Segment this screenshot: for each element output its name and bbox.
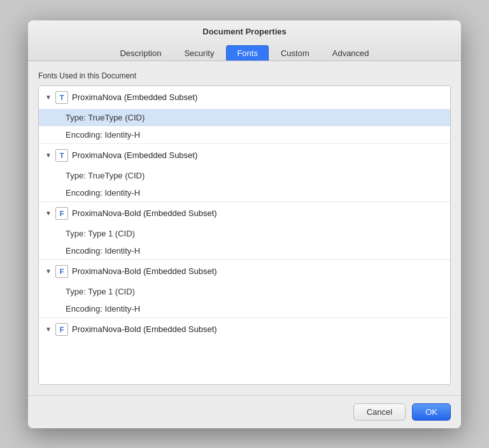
font-type-icon: F — [55, 323, 68, 336]
chevron-down-icon: ▼ — [45, 210, 52, 217]
font-type-icon: F — [55, 207, 68, 220]
tab-fonts[interactable]: Fonts — [226, 45, 269, 61]
font-name: ProximaNova (Embedded Subset) — [72, 150, 197, 160]
font-header[interactable]: ▼FProximaNova-Bold (Embedded Subset) — [39, 318, 450, 341]
font-group: ▼FProximaNova-Bold (Embedded Subset)Type… — [39, 202, 450, 260]
chevron-down-icon: ▼ — [45, 326, 52, 333]
tab-custom[interactable]: Custom — [270, 45, 320, 61]
chevron-down-icon: ▼ — [45, 94, 52, 101]
chevron-down-icon: ▼ — [45, 152, 52, 159]
tab-bar: DescriptionSecurityFontsCustomAdvanced — [38, 41, 451, 61]
content-area: Fonts Used in this Document ▼TProximaNov… — [28, 61, 461, 395]
font-header[interactable]: ▼FProximaNova-Bold (Embedded Subset) — [39, 202, 450, 225]
ok-button[interactable]: OK — [412, 403, 451, 421]
cancel-button[interactable]: Cancel — [353, 403, 406, 421]
section-label: Fonts Used in this Document — [38, 71, 451, 80]
title-bar: Document Properties DescriptionSecurityF… — [28, 20, 461, 61]
font-group: ▼TProximaNova (Embedded Subset)Type: Tru… — [39, 144, 450, 202]
font-detail: Type: TrueType (CID) — [39, 109, 450, 126]
font-name: ProximaNova (Embedded Subset) — [72, 92, 197, 102]
font-type-icon: T — [55, 91, 68, 104]
font-detail: Encoding: Identity-H — [39, 300, 450, 317]
font-name: ProximaNova-Bold (Embedded Subset) — [72, 266, 217, 276]
font-group: ▼FProximaNova-Bold (Embedded Subset) — [39, 318, 450, 341]
tab-description[interactable]: Description — [109, 45, 172, 61]
font-detail: Type: TrueType (CID) — [39, 167, 450, 184]
document-properties-dialog: Document Properties DescriptionSecurityF… — [28, 20, 461, 428]
dialog-footer: Cancel OK — [28, 395, 461, 428]
font-group: ▼FProximaNova-Bold (Embedded Subset)Type… — [39, 260, 450, 318]
font-header[interactable]: ▼FProximaNova-Bold (Embedded Subset) — [39, 260, 450, 283]
fonts-list[interactable]: ▼TProximaNova (Embedded Subset)Type: Tru… — [38, 85, 451, 385]
font-header[interactable]: ▼TProximaNova (Embedded Subset) — [39, 86, 450, 109]
font-name: ProximaNova-Bold (Embedded Subset) — [72, 324, 217, 334]
tab-security[interactable]: Security — [173, 45, 225, 61]
tab-advanced[interactable]: Advanced — [322, 45, 380, 61]
font-type-icon: T — [55, 149, 68, 162]
font-header[interactable]: ▼TProximaNova (Embedded Subset) — [39, 144, 450, 167]
chevron-down-icon: ▼ — [45, 268, 52, 275]
font-detail: Type: Type 1 (CID) — [39, 225, 450, 242]
font-type-icon: F — [55, 265, 68, 278]
font-name: ProximaNova-Bold (Embedded Subset) — [72, 208, 217, 218]
font-group: ▼TProximaNova (Embedded Subset)Type: Tru… — [39, 86, 450, 144]
font-detail: Encoding: Identity-H — [39, 126, 450, 143]
dialog-title: Document Properties — [38, 27, 451, 41]
font-detail: Encoding: Identity-H — [39, 184, 450, 201]
font-detail: Type: Type 1 (CID) — [39, 283, 450, 300]
font-detail: Encoding: Identity-H — [39, 242, 450, 259]
